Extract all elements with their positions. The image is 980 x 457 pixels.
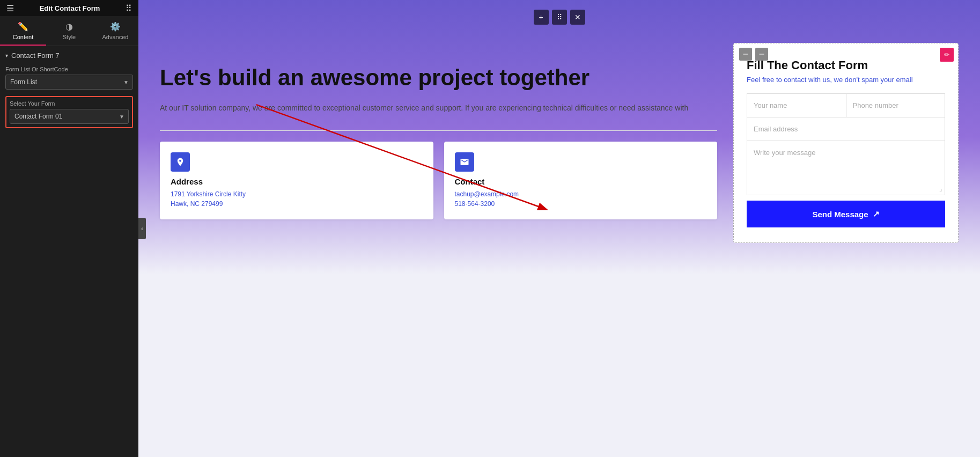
hamburger-icon[interactable]: ☰ xyxy=(6,3,14,13)
sidebar-body: ▾ Contact Form 7 Form List Or ShortCode … xyxy=(0,46,138,457)
send-arrow-icon: ↗ xyxy=(873,209,880,219)
contact-phone: 518-564-3200 xyxy=(455,199,707,209)
sidebar-topbar: ☰ Edit Contact Form ⠿ xyxy=(0,0,138,16)
contact-card: Contact tachup@example.com 518-564-3200 xyxy=(444,142,718,219)
message-placeholder: Write your message xyxy=(754,149,815,157)
tab-style-label: Style xyxy=(63,34,76,40)
your-name-field[interactable]: Your name xyxy=(747,94,846,117)
address-line2: Hawk, NC 279499 xyxy=(171,199,423,209)
style-icon: ◑ xyxy=(65,21,73,32)
move-element-button[interactable]: ⠿ xyxy=(552,10,567,25)
textarea-resize-handle[interactable]: ⌟ xyxy=(939,185,942,193)
divider-line xyxy=(160,130,717,131)
tab-advanced[interactable]: ⚙️ Advanced xyxy=(92,16,138,46)
send-message-label: Send Message xyxy=(812,210,868,219)
form-resize-handles xyxy=(739,48,768,61)
phone-number-field[interactable]: Phone number xyxy=(846,94,945,117)
sidebar: ☰ Edit Contact Form ⠿ ✏️ Content ◑ Style… xyxy=(0,0,138,457)
contact-icon xyxy=(455,152,474,172)
contact-email: tachup@example.com xyxy=(455,189,707,199)
app-title: Edit Contact Form xyxy=(40,4,100,12)
address-line1: 1791 Yorkshire Circle Kitty xyxy=(171,189,423,199)
left-column: Let's build an awesome project together … xyxy=(160,32,717,436)
form-list-field-row: Form List Or ShortCode Form List xyxy=(5,66,133,90)
tab-content-label: Content xyxy=(13,34,34,40)
form-card: ✏ Fill The Contact Form Feel free to con… xyxy=(733,43,959,243)
form-row-name-phone: Your name Phone number xyxy=(747,94,945,117)
select-form-wrapper: Contact Form 01 xyxy=(10,109,129,124)
form-list-select-wrapper: Form List xyxy=(5,75,133,90)
form-list-label: Form List Or ShortCode xyxy=(5,66,133,72)
tab-advanced-label: Advanced xyxy=(102,34,129,40)
send-message-button[interactable]: Send Message ↗ xyxy=(747,201,945,227)
address-title: Address xyxy=(171,177,423,186)
form-edit-icon[interactable]: ✏ xyxy=(940,48,954,62)
info-cards: Address 1791 Yorkshire Circle Kitty Hawk… xyxy=(160,142,717,219)
contact-title: Contact xyxy=(455,177,707,186)
page-inner: Let's build an awesome project together … xyxy=(138,0,980,457)
email-address-field[interactable]: Email address xyxy=(747,117,945,141)
sidebar-tabs: ✏️ Content ◑ Style ⚙️ Advanced xyxy=(0,16,138,46)
hero-heading: Let's build an awesome project together xyxy=(160,64,717,91)
right-column: ✏ Fill The Contact Form Feel free to con… xyxy=(733,32,959,436)
close-element-button[interactable]: ✕ xyxy=(570,10,585,25)
form-fields: Your name Phone number Email address Wri… xyxy=(747,93,945,195)
grid-icon[interactable]: ⠿ xyxy=(126,3,132,13)
address-icon xyxy=(171,152,190,172)
resize-handle-left[interactable] xyxy=(739,48,752,61)
collapse-toggle[interactable]: ‹ xyxy=(138,218,146,239)
address-card: Address 1791 Yorkshire Circle Kitty Hawk… xyxy=(160,142,433,219)
form-row-email: Email address xyxy=(747,117,945,141)
location-pin-icon xyxy=(175,157,185,167)
form-title: Fill The Contact Form xyxy=(747,58,945,72)
main-content: + ⠿ ✕ Let's build an awesome project tog… xyxy=(138,0,980,457)
select-form-box: Select Your Form Contact Form 01 xyxy=(5,96,133,128)
email-icon xyxy=(460,157,469,167)
tab-content[interactable]: ✏️ Content xyxy=(0,16,46,46)
hero-sub: At our IT solution company, we are commi… xyxy=(160,102,717,114)
add-element-button[interactable]: + xyxy=(534,10,549,25)
section-header[interactable]: ▾ Contact Form 7 xyxy=(5,51,133,60)
section-arrow: ▾ xyxy=(5,53,8,58)
section-title: Contact Form 7 xyxy=(11,51,60,60)
tab-style[interactable]: ◑ Style xyxy=(46,16,92,46)
message-field[interactable]: Write your message ⌟ xyxy=(747,141,945,195)
select-form-label: Select Your Form xyxy=(10,100,129,107)
advanced-icon: ⚙️ xyxy=(110,21,121,32)
content-icon: ✏️ xyxy=(18,21,28,32)
resize-handle-right[interactable] xyxy=(755,48,768,61)
select-form-select[interactable]: Contact Form 01 xyxy=(10,109,129,124)
form-subtitle: Feel free to contact with us, we don't s… xyxy=(747,76,945,84)
form-row-message: Write your message ⌟ xyxy=(747,141,945,195)
main-toolbar: + ⠿ ✕ xyxy=(534,10,585,25)
form-list-select[interactable]: Form List xyxy=(5,75,133,90)
page-area: Let's build an awesome project together … xyxy=(138,0,980,457)
